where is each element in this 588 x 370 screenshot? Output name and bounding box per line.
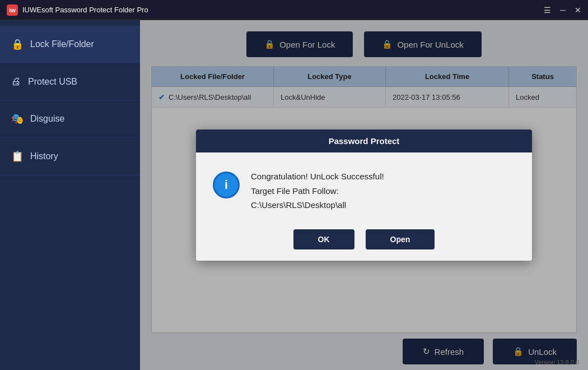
modal-ok-button[interactable]: OK: [293, 229, 354, 249]
title-bar: iw IUWEsoft Password Protect Folder Pro …: [0, 0, 588, 20]
menu-button[interactable]: ☰: [544, 6, 551, 14]
sidebar-label-disguise: Disguise: [30, 114, 64, 124]
sidebar-item-protect-usb[interactable]: 🖨 Protect USB: [0, 63, 140, 100]
sidebar-item-disguise[interactable]: 🎭 Disguise: [0, 100, 140, 138]
modal-line2: Target File Path Follow:: [251, 184, 384, 198]
title-bar-controls: ☰ ─ ✕: [544, 6, 581, 14]
minimize-button[interactable]: ─: [560, 6, 566, 14]
modal-footer: OK Open: [196, 224, 532, 261]
sidebar-label-lock: Lock File/Folder: [30, 39, 94, 49]
modal-body: i Congratulation! UnLock Successful! Tar…: [196, 152, 532, 224]
title-bar-left: iw IUWEsoft Password Protect Folder Pro: [7, 4, 148, 16]
modal-header: Password Protect: [196, 130, 532, 152]
history-icon: 📋: [11, 150, 24, 163]
modal-line1: Congratulation! UnLock Successful!: [251, 169, 384, 184]
usb-icon: 🖨: [11, 76, 21, 87]
close-button[interactable]: ✕: [575, 6, 581, 14]
modal-title: Password Protect: [329, 136, 400, 146]
sidebar-label-usb: Protect USB: [28, 77, 77, 87]
modal-line3: C:\Users\RLS\Desktop\all: [251, 198, 384, 212]
app-icon-text: iw: [9, 7, 16, 13]
sidebar-item-lock-file-folder[interactable]: 🔒 Lock File/Folder: [0, 26, 140, 63]
modal-dialog: Password Protect i Congratulation! UnLoc…: [196, 130, 532, 261]
modal-overlay: Password Protect i Congratulation! UnLoc…: [140, 20, 588, 370]
sidebar-label-history: History: [30, 151, 58, 161]
app-title: IUWEsoft Password Protect Folder Pro: [22, 6, 148, 14]
modal-message: Congratulation! UnLock Successful! Targe…: [251, 169, 384, 212]
info-letter: i: [225, 178, 228, 192]
disguise-icon: 🎭: [11, 113, 24, 125]
main-content: 🔒 Lock File/Folder 🖨 Protect USB 🎭 Disgu…: [0, 20, 588, 370]
right-panel: 🔒 Open For Lock 🔒 Open For UnLock Locked…: [140, 20, 588, 370]
lock-icon: 🔒: [11, 38, 24, 50]
sidebar: 🔒 Lock File/Folder 🖨 Protect USB 🎭 Disgu…: [0, 20, 140, 370]
sidebar-item-history[interactable]: 📋 History: [0, 138, 140, 175]
modal-open-button[interactable]: Open: [366, 229, 435, 249]
app-icon: iw: [7, 4, 18, 16]
modal-info-icon: i: [213, 172, 240, 198]
